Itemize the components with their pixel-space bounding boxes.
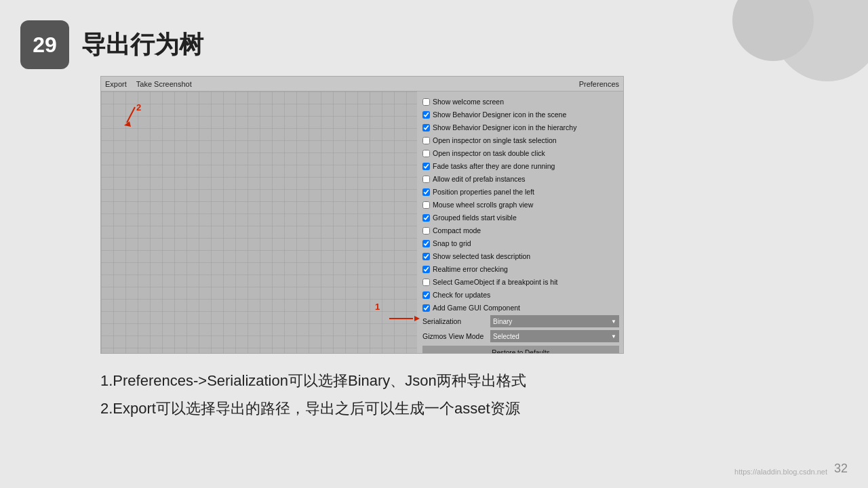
pref-checkbox-cb4[interactable] bbox=[422, 137, 430, 144]
chevron-down-icon: ▼ bbox=[611, 319, 616, 325]
pref-checkbox-cb16[interactable] bbox=[422, 291, 430, 299]
pref-label-cb13: Show selected task description bbox=[433, 252, 530, 260]
pref-label-cb3: Show Behavior Designer icon in the hiera… bbox=[433, 123, 576, 131]
pref-checkbox-cb6[interactable] bbox=[422, 163, 430, 170]
pref-checkbox-row: Show Behavior Designer icon in the hiera… bbox=[422, 121, 619, 134]
preferences-panel: Show welcome screenShow Behavior Designe… bbox=[417, 92, 624, 354]
annotation-number-2: 2 bbox=[136, 102, 141, 113]
pref-label-cb7: Allow edit of prefab instances bbox=[433, 175, 526, 183]
pref-dropdown-gizmos-view-mode[interactable]: Selected▼ bbox=[490, 330, 619, 342]
pref-checkbox-cb5[interactable] bbox=[422, 150, 430, 157]
pref-checkbox-row: Check for updates bbox=[422, 289, 619, 301]
pref-checkbox-row: Select GameObject if a breakpoint is hit bbox=[422, 276, 619, 288]
pref-label-cb16: Check for updates bbox=[433, 291, 490, 299]
desc-line-1: 1.Preferences->Serialization可以选择Binary、J… bbox=[100, 369, 526, 392]
pref-checkbox-cb1[interactable] bbox=[422, 98, 430, 106]
pref-checkbox-row: Open inspector on task double click bbox=[422, 147, 619, 159]
pref-checkbox-cb11[interactable] bbox=[422, 227, 430, 235]
pref-label-cb14: Realtime error checking bbox=[433, 265, 508, 273]
screenshot-menu[interactable]: Take Screenshot bbox=[136, 80, 192, 88]
pref-checkbox-row: Show welcome screen bbox=[422, 96, 619, 108]
pref-label-cb15: Select GameObject if a breakpoint is hit bbox=[433, 278, 557, 286]
svg-line-0 bbox=[127, 107, 135, 123]
pref-checkbox-row: Snap to grid bbox=[422, 237, 619, 249]
arrow-icon-1 bbox=[386, 313, 420, 333]
pref-checkbox-row: Show Behavior Designer icon in the scene bbox=[422, 108, 619, 121]
pref-checkbox-cb3[interactable] bbox=[422, 124, 430, 131]
pref-dropdown-label: Serialization bbox=[422, 317, 490, 325]
pref-checkbox-cb12[interactable] bbox=[422, 240, 430, 247]
pref-checkbox-cb2[interactable] bbox=[422, 111, 430, 119]
arrow-icon-2 bbox=[121, 104, 149, 131]
pref-checkbox-row: Open inspector on single task selection bbox=[422, 134, 619, 146]
watermark: https://aladdin.blog.csdn.net bbox=[734, 468, 827, 476]
svg-marker-3 bbox=[414, 316, 420, 321]
pref-dropdown-row: SerializationBinary▼ bbox=[422, 314, 619, 328]
pref-checkbox-cb7[interactable] bbox=[422, 176, 430, 183]
pref-checkbox-cb15[interactable] bbox=[422, 279, 430, 286]
pref-checkbox-cb14[interactable] bbox=[422, 266, 430, 273]
pref-label-cb11: Compact mode bbox=[433, 226, 481, 235]
pref-label-cb6: Fade tasks after they are done running bbox=[433, 162, 555, 170]
annotation-number-1: 1 bbox=[375, 302, 420, 312]
slide-number-badge: 29 bbox=[20, 20, 69, 69]
pref-checkbox-row: Show selected task description bbox=[422, 250, 619, 262]
desc-line-2: 2.Export可以选择导出的路径，导出之后可以生成一个asset资源 bbox=[100, 397, 526, 420]
pref-dropdown-value: Selected bbox=[493, 333, 519, 340]
pref-label-cb2: Show Behavior Designer icon in the scene bbox=[433, 110, 566, 119]
pref-dropdown-value: Binary bbox=[493, 318, 512, 325]
pref-checkbox-row: Compact mode bbox=[422, 224, 619, 237]
page-number: 32 bbox=[834, 462, 848, 476]
pref-label-cb5: Open inspector on task double click bbox=[433, 149, 545, 157]
pref-checkbox-row: Mouse wheel scrolls graph view bbox=[422, 199, 619, 211]
pref-checkbox-cb13[interactable] bbox=[422, 253, 430, 260]
export-menu[interactable]: Export bbox=[105, 80, 127, 88]
pref-dropdown-serialization[interactable]: Binary▼ bbox=[490, 315, 619, 327]
preferences-menu[interactable]: Preferences bbox=[579, 80, 619, 88]
annotation-2: 2 bbox=[121, 104, 149, 133]
restore-defaults-button[interactable]: Restore to Defaults bbox=[422, 346, 619, 354]
pref-checkbox-row: Grouped fields start visible bbox=[422, 211, 619, 224]
pref-checkbox-cb9[interactable] bbox=[422, 201, 430, 209]
screenshot-panel: Export Take Screenshot Preferences 2 1 S… bbox=[100, 76, 624, 354]
pref-label-cb10: Grouped fields start visible bbox=[433, 214, 517, 222]
pref-checkbox-row: Realtime error checking bbox=[422, 263, 619, 275]
page-title: 导出行为树 bbox=[81, 28, 203, 62]
pref-checkbox-row: Fade tasks after they are done running bbox=[422, 160, 619, 172]
pref-checkbox-row: Position properties panel the left bbox=[422, 186, 619, 198]
pref-checkbox-cb10[interactable] bbox=[422, 214, 430, 222]
annotation-1: 1 bbox=[386, 302, 420, 336]
pref-label-cb1: Show welcome screen bbox=[433, 98, 504, 106]
pref-label-cb17: Add Game GUI Component bbox=[433, 304, 520, 312]
pref-checkbox-cb8[interactable] bbox=[422, 188, 430, 196]
pref-dropdown-label: Gizmos View Mode bbox=[422, 332, 490, 340]
pref-dropdown-row: Gizmos View ModeSelected▼ bbox=[422, 329, 619, 343]
menu-bar: Export Take Screenshot Preferences bbox=[101, 77, 623, 92]
pref-label-cb9: Mouse wheel scrolls graph view bbox=[433, 201, 533, 209]
badge-number: 29 bbox=[33, 33, 57, 58]
pref-checkbox-cb17[interactable] bbox=[422, 304, 430, 312]
pref-label-cb8: Position properties panel the left bbox=[433, 188, 534, 196]
background-decoration bbox=[719, 0, 868, 81]
chevron-down-icon: ▼ bbox=[611, 333, 616, 340]
pref-checkbox-row: Allow edit of prefab instances bbox=[422, 173, 619, 185]
pref-label-cb12: Snap to grid bbox=[433, 239, 471, 247]
description-section: 1.Preferences->Serialization可以选择Binary、J… bbox=[100, 369, 526, 425]
pref-label-cb4: Open inspector on single task selection bbox=[433, 136, 557, 144]
pref-checkbox-row: Add Game GUI Component bbox=[422, 302, 619, 314]
